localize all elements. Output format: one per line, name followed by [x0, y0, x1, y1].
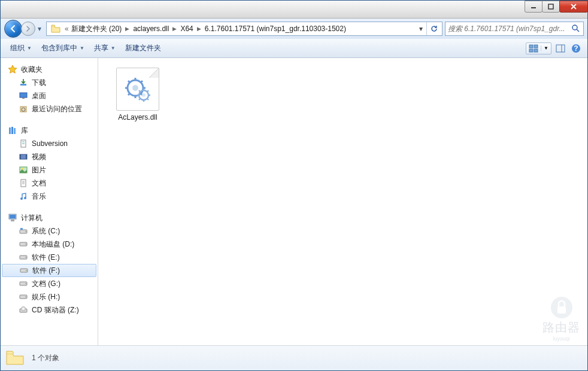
explorer-window: ▾ « 新建文件夹 (20) ▶ aclayers.dll ▶ X64 ▶ 6.…: [0, 0, 588, 371]
search-input[interactable]: [448, 25, 571, 33]
svg-rect-37: [20, 228, 23, 230]
svg-text:?: ?: [574, 44, 578, 53]
nav-back-button[interactable]: [4, 20, 22, 38]
favorites-header[interactable]: 收藏夹: [1, 63, 98, 76]
drive-icon: [19, 226, 28, 236]
sidebar-item-subversion[interactable]: Subversion: [1, 137, 98, 150]
svg-point-44: [26, 270, 27, 271]
sidebar-item-drive-c[interactable]: 系统 (C:): [1, 224, 98, 238]
sidebar-item-desktop[interactable]: 桌面: [1, 89, 98, 102]
sidebar-item-documents[interactable]: 文档: [1, 177, 98, 190]
svg-rect-12: [20, 93, 27, 98]
favorites-group: 收藏夹 下载 桌面 最近访问的位置: [1, 63, 98, 115]
search-box[interactable]: [445, 22, 584, 36]
share-menu[interactable]: 共享▼: [89, 41, 120, 56]
svg-point-2: [572, 25, 577, 30]
svg-rect-16: [9, 127, 11, 134]
svg-rect-17: [11, 127, 13, 134]
recent-icon: [19, 104, 28, 114]
sidebar-item-pictures[interactable]: 图片: [1, 163, 98, 177]
breadcrumb-item[interactable]: X64: [179, 25, 194, 33]
chevron-right-icon: ▶: [123, 26, 132, 32]
computer-header[interactable]: 计算机: [1, 211, 98, 224]
drive-icon: [19, 292, 28, 302]
breadcrumb-item[interactable]: aclayers.dll: [132, 25, 170, 33]
view-mode-button[interactable]: ▼: [526, 42, 551, 54]
include-library-menu[interactable]: 包含到库中▼: [37, 41, 89, 56]
svg-rect-27: [21, 180, 26, 187]
preview-pane-button[interactable]: [554, 42, 567, 55]
navigation-pane[interactable]: 收藏夹 下载 桌面 最近访问的位置 库: [1, 58, 98, 345]
sidebar-item-downloads[interactable]: 下载: [1, 76, 98, 89]
address-bar: ▾ « 新建文件夹 (20) ▶ aclayers.dll ▶ X64 ▶ 6.…: [1, 19, 587, 39]
svg-point-51: [23, 308, 24, 309]
cd-drive-icon: [19, 305, 28, 315]
folder-icon: [50, 23, 61, 34]
minimize-button[interactable]: [525, 1, 542, 13]
folder-icon: [5, 349, 25, 368]
svg-rect-35: [11, 220, 14, 221]
svg-point-42: [25, 257, 26, 258]
organize-menu[interactable]: 组织▼: [5, 41, 37, 56]
maximize-button[interactable]: [542, 1, 560, 13]
svg-point-55: [142, 93, 146, 97]
refresh-button[interactable]: [426, 22, 441, 35]
sidebar-item-drive-d[interactable]: 本地磁盘 (D:): [1, 238, 98, 251]
breadcrumb-item[interactable]: 6.1.7601.17571 (win7sp1_gdr.110303-1502): [204, 25, 347, 33]
sidebar-item-recent[interactable]: 最近访问的位置: [1, 102, 98, 115]
body: 收藏夹 下载 桌面 最近访问的位置 库: [1, 58, 587, 345]
libraries-header[interactable]: 库: [1, 124, 98, 137]
document-icon: [19, 178, 28, 188]
sidebar-item-videos[interactable]: 视频: [1, 150, 98, 163]
search-icon[interactable]: [571, 24, 581, 34]
dll-file-icon: [116, 68, 159, 111]
svg-rect-6: [534, 49, 538, 52]
drive-icon: [19, 239, 28, 249]
view-icon: [529, 44, 538, 53]
sidebar-item-drive-e[interactable]: 软件 (E:): [1, 251, 98, 264]
desktop-icon: [19, 91, 28, 101]
drive-icon: [19, 266, 29, 275]
sidebar-item-music[interactable]: 音乐: [1, 190, 98, 203]
toolbar: 组织▼ 包含到库中▼ 共享▼ 新建文件夹 ▼ ?: [1, 39, 587, 58]
sidebar-item-drive-g[interactable]: 文档 (G:): [1, 277, 98, 290]
svg-point-38: [25, 231, 26, 232]
svg-point-32: [24, 197, 26, 199]
downloads-icon: [19, 78, 28, 87]
new-folder-button[interactable]: 新建文件夹: [120, 41, 166, 56]
breadcrumb-dropdown[interactable]: ▾: [416, 25, 426, 33]
music-icon: [19, 191, 28, 201]
help-button[interactable]: ?: [569, 42, 583, 55]
titlebar: [1, 1, 587, 19]
window-controls: [525, 1, 587, 13]
svg-rect-23: [20, 154, 21, 159]
sidebar-item-drive-h[interactable]: 娱乐 (H:): [1, 290, 98, 303]
svg-rect-7: [556, 45, 565, 52]
svg-rect-1: [548, 4, 553, 9]
drive-icon: [19, 279, 28, 288]
library-icon: [8, 126, 17, 135]
breadcrumb-item[interactable]: 新建文件夹 (20): [70, 24, 123, 34]
file-label: AcLayers.dll: [118, 113, 157, 121]
computer-group: 计算机 系统 (C:) 本地磁盘 (D:) 软件 (E:) 软件 (F:): [1, 211, 98, 317]
svg-rect-24: [26, 154, 27, 159]
close-button[interactable]: [559, 1, 588, 13]
svg-point-46: [25, 283, 26, 284]
content-pane[interactable]: AcLayers.dll: [98, 58, 587, 345]
sidebar-item-drive-z[interactable]: CD 驱动器 (Z:): [1, 303, 98, 317]
video-icon: [19, 152, 28, 162]
status-text: 1 个对象: [32, 353, 59, 363]
svg-point-31: [20, 197, 23, 200]
breadcrumb[interactable]: « 新建文件夹 (20) ▶ aclayers.dll ▶ X64 ▶ 6.1.…: [46, 22, 442, 36]
chevron-right-icon: ▶: [170, 26, 179, 32]
computer-icon: [8, 213, 17, 223]
picture-icon: [19, 165, 28, 175]
file-item[interactable]: AcLayers.dll: [108, 68, 168, 121]
svg-rect-18: [14, 128, 16, 134]
svg-point-48: [25, 296, 26, 297]
status-bar: 1 个对象: [1, 345, 587, 370]
nav-forward-button[interactable]: [21, 22, 35, 36]
document-icon: [19, 139, 28, 148]
nav-history-dropdown[interactable]: ▾: [35, 22, 44, 36]
sidebar-item-drive-f[interactable]: 软件 (F:): [2, 264, 96, 277]
